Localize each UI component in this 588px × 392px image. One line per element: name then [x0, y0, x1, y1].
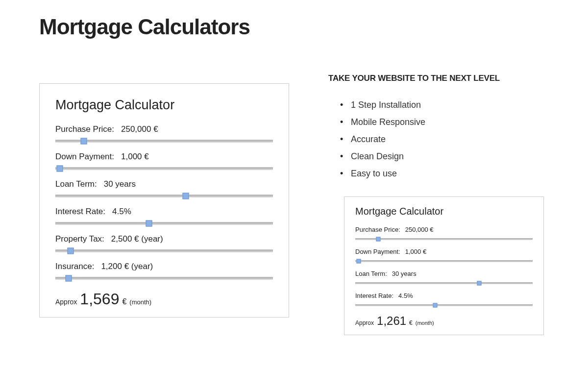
feature-item: Clean Design — [351, 151, 544, 162]
calculator-field: Purchase Price:250,000 € — [55, 124, 273, 146]
field-label-row: Interest Rate:4.5% — [355, 292, 533, 299]
field-label-row: Interest Rate:4.5% — [55, 207, 273, 217]
field-value: 4.5% — [112, 207, 131, 217]
slider-thumb[interactable] — [68, 248, 74, 254]
field-value: 2,500 € (year) — [111, 234, 163, 244]
field-label-row: Purchase Price:250,000 € — [55, 124, 273, 134]
calculator-title: Mortgage Calculator — [55, 98, 273, 113]
slider-thumb[interactable] — [65, 275, 72, 282]
feature-item: Accurate — [351, 134, 544, 145]
field-label: Insurance: — [55, 262, 94, 271]
field-label: Interest Rate: — [355, 292, 393, 299]
page-title: Mortgage Calculators — [39, 15, 549, 39]
mortgage-calculator-small: Mortgage Calculator Purchase Price:250,0… — [344, 196, 544, 335]
field-label: Purchase Price: — [355, 226, 400, 233]
field-value: 30 years — [392, 270, 416, 277]
result-amount: 1,569 — [80, 290, 119, 308]
result-row: Approx 1,261 € (month) — [355, 314, 533, 328]
calculator-field: Interest Rate:4.5% — [355, 292, 533, 309]
content-columns: Mortgage Calculator Purchase Price:250,0… — [39, 83, 549, 335]
field-value: 250,000 € — [405, 226, 434, 233]
slider-thumb[interactable] — [146, 220, 152, 227]
calculator-field: Insurance:1,200 € (year) — [55, 262, 273, 283]
calculator-field: Purchase Price:250,000 € — [355, 226, 533, 243]
promo-heading: TAKE YOUR WEBSITE TO THE NEXT LEVEL — [328, 74, 544, 83]
slider[interactable] — [355, 235, 533, 243]
field-label: Interest Rate: — [55, 207, 105, 217]
calculator-field: Loan Term:30 years — [355, 270, 533, 287]
feature-item: Mobile Responsive — [351, 117, 544, 127]
field-label: Loan Term: — [355, 270, 387, 277]
slider[interactable] — [355, 301, 533, 309]
field-label-row: Down Payment:1,000 € — [55, 152, 273, 162]
field-label-row: Purchase Price:250,000 € — [355, 226, 533, 233]
slider[interactable] — [55, 246, 273, 256]
slider-thumb[interactable] — [477, 281, 482, 286]
feature-item: Easy to use — [351, 169, 544, 179]
result-currency: € — [409, 319, 413, 326]
slider[interactable] — [55, 164, 273, 173]
slider-thumb[interactable] — [183, 193, 189, 199]
field-label: Property Tax: — [55, 234, 104, 244]
calculator-title: Mortgage Calculator — [355, 206, 533, 217]
result-amount: 1,261 — [377, 314, 406, 328]
feature-list: 1 Step InstallationMobile ResponsiveAccu… — [351, 100, 544, 179]
field-value: 30 years — [104, 179, 136, 189]
slider-thumb[interactable] — [56, 166, 63, 172]
result-approx-label: Approx — [355, 319, 374, 326]
calculator-field: Interest Rate:4.5% — [55, 207, 273, 228]
slider-thumb[interactable] — [357, 259, 361, 264]
slider-thumb[interactable] — [433, 303, 437, 308]
mortgage-calculator-large: Mortgage Calculator Purchase Price:250,0… — [39, 83, 289, 318]
result-row: Approx 1,569 € (month) — [55, 290, 273, 308]
field-label: Down Payment: — [355, 248, 400, 255]
field-value: 1,000 € — [121, 152, 149, 162]
slider-thumb[interactable] — [376, 237, 381, 242]
field-value: 250,000 € — [121, 124, 158, 134]
field-label: Loan Term: — [55, 179, 97, 189]
field-value: 4.5% — [398, 292, 413, 299]
slider[interactable] — [55, 191, 273, 201]
field-label-row: Loan Term:30 years — [355, 270, 533, 277]
field-label-row: Down Payment:1,000 € — [355, 248, 533, 255]
field-label: Down Payment: — [55, 152, 114, 162]
field-label: Purchase Price: — [55, 124, 114, 134]
calculator-field: Property Tax:2,500 € (year) — [55, 234, 273, 256]
slider[interactable] — [355, 257, 533, 265]
result-period: (month) — [416, 320, 434, 326]
field-label-row: Insurance:1,200 € (year) — [55, 262, 273, 271]
field-value: 1,000 € — [405, 248, 426, 255]
calculator-field: Down Payment:1,000 € — [55, 152, 273, 173]
feature-item: 1 Step Installation — [351, 100, 544, 110]
slider-thumb[interactable] — [80, 138, 87, 145]
slider[interactable] — [55, 136, 273, 146]
field-label-row: Property Tax:2,500 € (year) — [55, 234, 273, 244]
slider[interactable] — [355, 279, 533, 287]
result-currency: € — [122, 297, 126, 306]
slider[interactable] — [55, 219, 273, 228]
calculator-field: Down Payment:1,000 € — [355, 248, 533, 265]
result-approx-label: Approx — [55, 298, 77, 306]
slider[interactable] — [55, 273, 273, 283]
field-value: 1,200 € (year) — [101, 262, 153, 271]
result-period: (month) — [129, 298, 151, 306]
field-label-row: Loan Term:30 years — [55, 179, 273, 189]
calculator-field: Loan Term:30 years — [55, 179, 273, 201]
